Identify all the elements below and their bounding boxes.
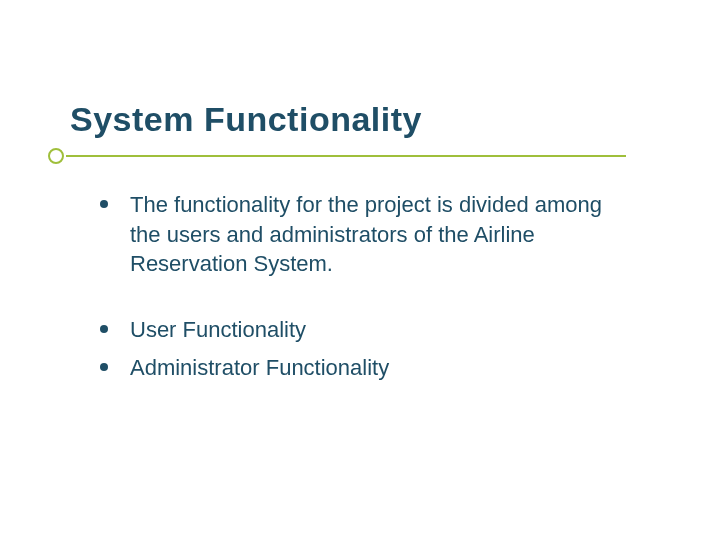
bullet-text: User Functionality [130, 315, 306, 345]
bullet-icon [100, 363, 108, 371]
bullet-text: Administrator Functionality [130, 353, 389, 383]
bullet-icon [100, 325, 108, 333]
circle-icon [48, 148, 64, 164]
list-item: Administrator Functionality [100, 353, 620, 383]
title-underline [0, 148, 720, 164]
list-item: The functionality for the project is div… [100, 190, 620, 279]
list-item: User Functionality [100, 315, 620, 345]
bullet-text: The functionality for the project is div… [130, 190, 620, 279]
divider-line [66, 155, 626, 157]
bullet-icon [100, 200, 108, 208]
slide-body: The functionality for the project is div… [100, 190, 620, 390]
spacer [100, 287, 620, 315]
slide: System Functionality The functionality f… [0, 0, 720, 540]
slide-title: System Functionality [70, 100, 422, 139]
